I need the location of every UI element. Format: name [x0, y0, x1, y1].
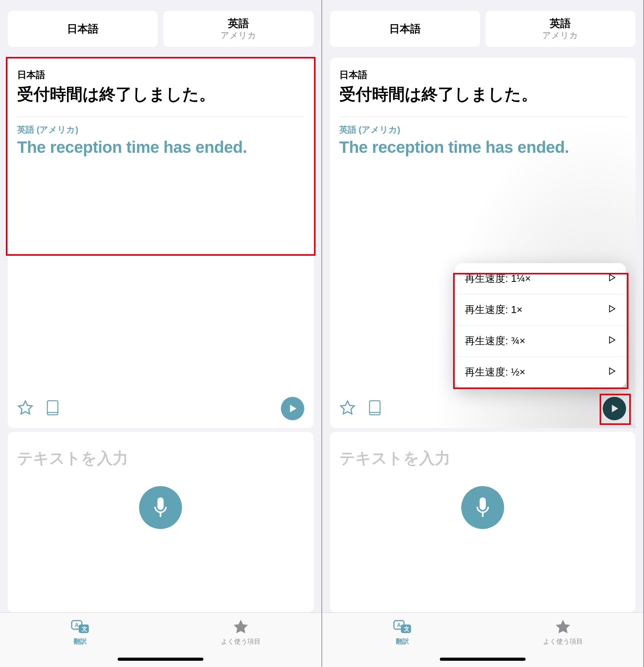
target-language-label: 英語: [228, 16, 249, 30]
svg-marker-16: [612, 405, 618, 412]
source-language-label: 日本語: [389, 22, 421, 36]
mic-button[interactable]: [139, 486, 182, 529]
translation-card: 日本語 受付時間は終了しました。 英語 (アメリカ) The reception…: [330, 58, 636, 428]
speed-option-label: 再生速度: ¾×: [465, 334, 525, 348]
svg-rect-3: [157, 497, 164, 510]
svg-text:文: 文: [81, 626, 87, 632]
svg-text:A: A: [75, 622, 79, 628]
tab-bar: A文 翻訳 よく使う項目: [322, 612, 644, 667]
svg-marker-0: [19, 401, 32, 414]
speed-option-0.75x[interactable]: 再生速度: ¾×: [455, 326, 626, 357]
translate-icon: A文: [392, 618, 413, 635]
play-outline-icon: [607, 366, 616, 378]
input-area[interactable]: テキストを入力: [8, 432, 314, 612]
target-text[interactable]: The reception time has ended.: [339, 138, 626, 157]
play-outline-icon: [607, 272, 616, 285]
speed-option-1.25x[interactable]: 再生速度: 1¼×: [455, 263, 626, 294]
tab-favorites-label: よく使う項目: [221, 637, 261, 646]
svg-marker-10: [610, 274, 615, 281]
speed-option-label: 再生速度: ½×: [465, 365, 525, 379]
speed-option-1x[interactable]: 再生速度: 1×: [455, 294, 626, 326]
home-indicator[interactable]: [440, 658, 526, 661]
target-language-pill[interactable]: 英語 アメリカ: [163, 11, 313, 47]
play-outline-icon: [607, 304, 616, 316]
svg-rect-17: [480, 497, 486, 510]
card-divider: [339, 117, 626, 117]
target-text[interactable]: The reception time has ended.: [17, 138, 304, 157]
target-label: 英語 (アメリカ): [17, 124, 304, 136]
source-label: 日本語: [339, 69, 626, 81]
tab-translate-label: 翻訳: [74, 637, 87, 646]
favorites-star-icon: [554, 618, 572, 635]
language-selector: 日本語 英語 アメリカ: [322, 0, 644, 53]
source-language-pill[interactable]: 日本語: [8, 11, 158, 47]
speed-option-label: 再生速度: 1×: [465, 303, 522, 317]
svg-marker-2: [290, 405, 296, 412]
language-selector: 日本語 英語 アメリカ: [0, 0, 321, 53]
target-language-pill[interactable]: 英語 アメリカ: [485, 11, 635, 47]
card-footer: [339, 397, 626, 420]
svg-text:文: 文: [404, 626, 409, 632]
speed-option-label: 再生速度: 1¼×: [465, 272, 531, 285]
play-outline-icon: [607, 335, 616, 347]
svg-marker-13: [610, 368, 615, 375]
mic-button[interactable]: [461, 486, 504, 529]
input-area[interactable]: テキストを入力: [330, 432, 636, 612]
source-text[interactable]: 受付時間は終了しました。: [339, 84, 626, 105]
svg-marker-14: [341, 401, 354, 414]
source-language-label: 日本語: [67, 22, 99, 36]
home-indicator[interactable]: [118, 658, 203, 661]
target-language-sublabel: アメリカ: [221, 30, 256, 41]
target-language-label: 英語: [550, 16, 571, 30]
target-label: 英語 (アメリカ): [339, 124, 626, 136]
source-text[interactable]: 受付時間は終了しました。: [17, 84, 304, 105]
svg-text:A: A: [397, 622, 401, 628]
play-button[interactable]: [281, 397, 304, 420]
card-footer: [17, 397, 304, 420]
screen-left: 日本語 英語 アメリカ 日本語 受付時間は終了しました。 英語 (アメリカ) T…: [0, 0, 322, 667]
source-label: 日本語: [17, 69, 304, 81]
book-icon[interactable]: [367, 400, 382, 418]
svg-marker-9: [234, 620, 248, 633]
svg-marker-12: [610, 337, 615, 343]
tab-bar: A文 翻訳 よく使う項目: [0, 612, 321, 667]
card-divider: [17, 117, 304, 117]
screen-right: 日本語 英語 アメリカ 日本語 受付時間は終了しました。 英語 (アメリカ) T…: [322, 0, 644, 667]
svg-marker-11: [610, 306, 615, 312]
target-language-sublabel: アメリカ: [542, 30, 578, 41]
playback-speed-menu: 再生速度: 1¼× 再生速度: 1× 再生速度: ¾× 再生速度: ½×: [455, 263, 626, 387]
tab-translate-label: 翻訳: [396, 637, 409, 646]
translate-icon: A文: [70, 618, 90, 635]
input-placeholder: テキストを入力: [339, 448, 450, 469]
book-icon[interactable]: [45, 400, 60, 418]
favorites-star-icon: [232, 618, 249, 635]
star-icon[interactable]: [17, 400, 34, 418]
play-button[interactable]: [603, 397, 626, 420]
speed-option-0.5x[interactable]: 再生速度: ½×: [455, 357, 626, 387]
tab-favorites-label: よく使う項目: [543, 637, 583, 646]
translation-card: 日本語 受付時間は終了しました。 英語 (アメリカ) The reception…: [8, 58, 314, 428]
source-language-pill[interactable]: 日本語: [330, 11, 480, 47]
input-placeholder: テキストを入力: [17, 448, 128, 469]
svg-marker-23: [556, 620, 570, 633]
star-icon[interactable]: [339, 400, 356, 418]
